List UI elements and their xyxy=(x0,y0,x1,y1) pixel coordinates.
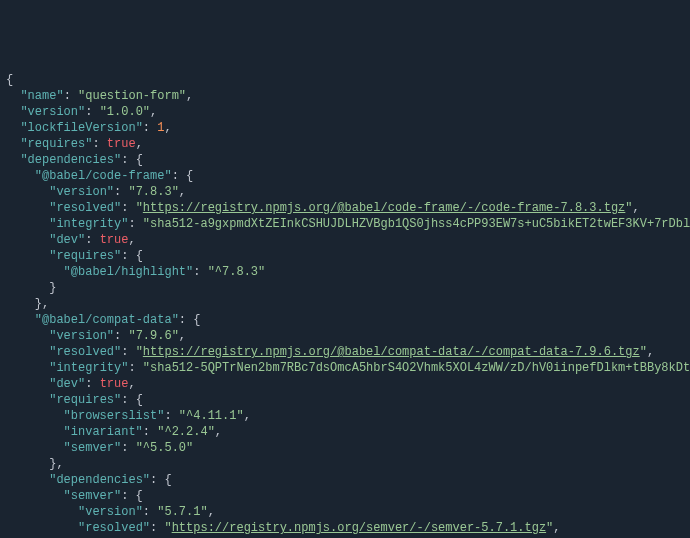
code-line: { xyxy=(6,72,690,88)
code-block: { "name": "question-form", "version": "1… xyxy=(6,72,690,538)
code-line: "version": "7.8.3", xyxy=(6,184,690,200)
code-line: "@babel/compat-data": { xyxy=(6,312,690,328)
code-line: "dependencies": { xyxy=(6,152,690,168)
code-line: "requires": true, xyxy=(6,136,690,152)
code-line: "integrity": "sha512-a9gxpmdXtZEInkCSHUJ… xyxy=(6,216,690,232)
code-line: "version": "5.7.1", xyxy=(6,504,690,520)
code-line: "resolved": "https://registry.npmjs.org/… xyxy=(6,520,690,536)
code-line: "invariant": "^2.2.4", xyxy=(6,424,690,440)
code-line: "version": "7.9.6", xyxy=(6,328,690,344)
code-line: "@babel/code-frame": { xyxy=(6,168,690,184)
code-line: } xyxy=(6,280,690,296)
code-line: "dev": true, xyxy=(6,376,690,392)
code-line: "dependencies": { xyxy=(6,472,690,488)
code-line: }, xyxy=(6,296,690,312)
code-line: "requires": { xyxy=(6,392,690,408)
code-line: "semver": { xyxy=(6,488,690,504)
code-line: "resolved": "https://registry.npmjs.org/… xyxy=(6,200,690,216)
code-line: "@babel/highlight": "^7.8.3" xyxy=(6,264,690,280)
code-line: "requires": { xyxy=(6,248,690,264)
code-line: "version": "1.0.0", xyxy=(6,104,690,120)
code-line: "browserslist": "^4.11.1", xyxy=(6,408,690,424)
code-line: "resolved": "https://registry.npmjs.org/… xyxy=(6,344,690,360)
code-line: "dev": true, xyxy=(6,232,690,248)
code-line: }, xyxy=(6,456,690,472)
code-line: "semver": "^5.5.0" xyxy=(6,440,690,456)
code-line: "integrity": "sha512-5QPTrNen2bm7RBc7dsO… xyxy=(6,360,690,376)
code-line: "name": "question-form", xyxy=(6,88,690,104)
code-line: "lockfileVersion": 1, xyxy=(6,120,690,136)
